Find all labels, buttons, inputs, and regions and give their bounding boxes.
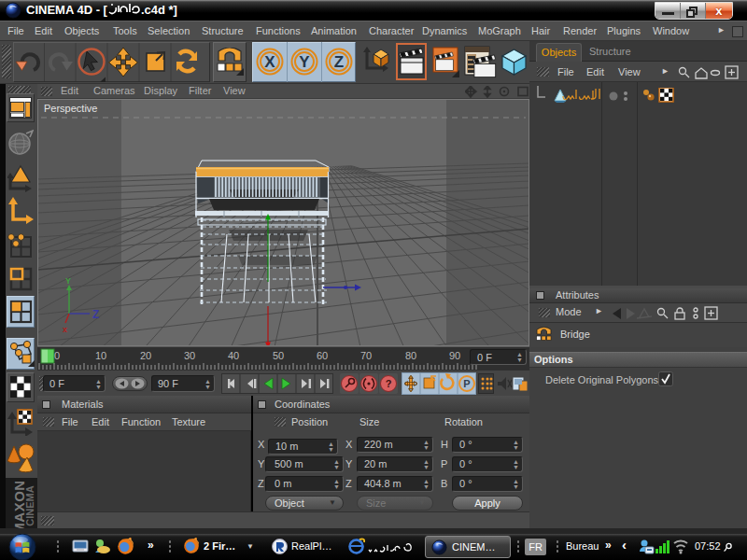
svg-text:50: 50 xyxy=(273,350,284,361)
svg-text:x: x xyxy=(63,325,67,334)
svg-text:Perspective: Perspective xyxy=(44,103,97,114)
svg-text:Y: Y xyxy=(65,276,71,286)
svg-text:20: 20 xyxy=(140,350,151,361)
svg-text:40: 40 xyxy=(228,350,239,361)
svg-text:X: X xyxy=(264,53,275,71)
svg-text:0: 0 xyxy=(54,350,60,361)
svg-text:90: 90 xyxy=(449,350,460,361)
svg-text:P: P xyxy=(463,378,470,389)
svg-text:10: 10 xyxy=(95,350,106,361)
svg-text:Y: Y xyxy=(299,53,310,71)
svg-text:30: 30 xyxy=(184,350,195,361)
svg-text:80: 80 xyxy=(405,350,416,361)
svg-text:70: 70 xyxy=(360,350,372,361)
svg-text:Z: Z xyxy=(92,308,99,321)
svg-text:Z: Z xyxy=(334,53,344,71)
svg-text:60: 60 xyxy=(317,350,328,361)
svg-text:?: ? xyxy=(386,378,392,389)
